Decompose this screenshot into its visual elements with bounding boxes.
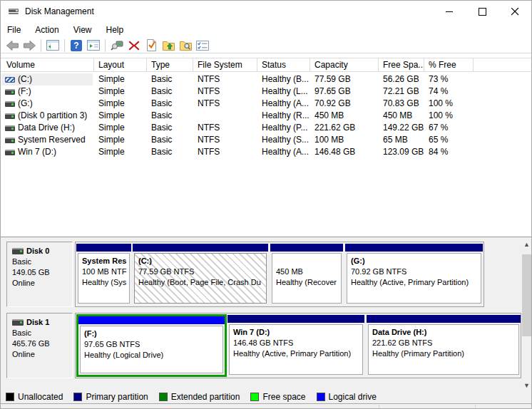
partition-type-bar bbox=[270, 244, 343, 252]
volume-row-f[interactable]: (F:) Simple Basic NTFS Healthy (L... 97.… bbox=[1, 86, 531, 98]
disk0-label[interactable]: Disk 0 Basic 149.05 GB Online bbox=[6, 242, 73, 307]
disk1-label[interactable]: Disk 1 Basic 465.76 GB Online bbox=[6, 313, 73, 378]
status-bar-divider bbox=[379, 405, 379, 409]
menu-file[interactable]: File bbox=[1, 23, 28, 37]
partition-g[interactable]: (G:) 70.92 GB NTFS Healthy (Active, Prim… bbox=[345, 244, 483, 305]
column-header-file-system[interactable]: File System bbox=[193, 58, 257, 71]
legend-swatch bbox=[317, 393, 325, 401]
cell-layout: Simple bbox=[94, 98, 147, 110]
legend-label: Unallocated bbox=[18, 392, 63, 402]
volume-row-system-reserved[interactable]: System Reserved Simple Basic NTFS Health… bbox=[1, 134, 531, 146]
volume-icon-selected bbox=[5, 77, 15, 83]
volume-row-win7-d[interactable]: Win 7 (D:) Simple Basic NTFS Healthy (A.… bbox=[1, 146, 531, 158]
cell-layout: Simple bbox=[94, 122, 147, 134]
partition-type-bar bbox=[133, 244, 268, 252]
cell-pct-free: 67 % bbox=[424, 122, 474, 134]
device-view-icon bbox=[111, 40, 124, 51]
volume-row-disk0-partition3[interactable]: (Disk 0 partition 3) Simple Basic Health… bbox=[1, 110, 531, 122]
titlebar: Disk Management bbox=[1, 1, 531, 22]
column-header-layout[interactable]: Layout bbox=[94, 58, 147, 71]
minimize-button[interactable] bbox=[433, 1, 466, 22]
maximize-button[interactable] bbox=[466, 1, 498, 22]
volume-icon bbox=[5, 89, 15, 95]
legend-label: Free space bbox=[262, 392, 305, 402]
volume-row-g[interactable]: (G:) Simple Basic NTFS Healthy (A... 70.… bbox=[1, 98, 531, 110]
action-pane-icon bbox=[87, 40, 100, 51]
column-header-type[interactable]: Type bbox=[147, 58, 193, 71]
cell-free-space: 70.83 GB bbox=[379, 98, 424, 110]
cell-layout: Simple bbox=[94, 146, 147, 158]
partition-status: Healthy (Primary Partition) bbox=[372, 348, 518, 359]
legend-swatch bbox=[73, 393, 82, 401]
mark-partition-button[interactable] bbox=[143, 38, 160, 53]
cell-status: Healthy (L... bbox=[257, 86, 310, 98]
partition-size: 77.59 GB NTFS bbox=[138, 266, 266, 277]
open-button[interactable] bbox=[160, 38, 177, 53]
volume-row-data-drive-h[interactable]: Data Drive (H:) Simple Basic NTFS Health… bbox=[1, 122, 531, 134]
maximize-icon bbox=[479, 8, 486, 16]
partition-f-logical[interactable]: (F:) 97.65 GB NTFS Healthy (Logical Driv… bbox=[76, 314, 227, 377]
partition-status: Healthy (Sys bbox=[82, 277, 129, 288]
device-view-button[interactable] bbox=[108, 38, 126, 53]
disk-icon bbox=[12, 248, 24, 254]
disk-icon bbox=[12, 319, 24, 326]
cell-status: Healthy (A... bbox=[257, 146, 310, 158]
customize-view-button[interactable] bbox=[194, 38, 211, 53]
cell-pct-free: 100 % bbox=[424, 98, 474, 110]
cell-file-system: NTFS bbox=[193, 122, 257, 134]
disk-name: Disk 0 bbox=[26, 246, 49, 257]
volume-name: (C:) bbox=[18, 74, 32, 84]
menu-action[interactable]: Action bbox=[28, 23, 66, 37]
disk1-partitions: (F:) 97.65 GB NTFS Healthy (Logical Driv… bbox=[75, 313, 521, 378]
menu-view[interactable]: View bbox=[66, 23, 99, 37]
partition-recovery[interactable]: 450 MB Healthy (Recover bbox=[270, 244, 343, 305]
show-action-pane-button[interactable] bbox=[85, 38, 102, 53]
cell-type: Basic bbox=[147, 73, 193, 86]
document-check-icon bbox=[146, 39, 157, 51]
cell-file-system: NTFS bbox=[193, 73, 257, 86]
delete-x-icon bbox=[128, 40, 140, 51]
vertical-scrollbar[interactable]: ▲ ▼ bbox=[521, 239, 532, 390]
explore-button[interactable] bbox=[177, 38, 194, 53]
column-header-pct-free[interactable]: % Free bbox=[424, 58, 474, 71]
menu-help[interactable]: Help bbox=[99, 23, 131, 37]
column-header-capacity[interactable]: Capacity bbox=[310, 58, 379, 71]
volume-table-header: Volume Layout Type File System Status Ca… bbox=[1, 58, 531, 72]
cell-type: Basic bbox=[147, 122, 193, 134]
cell-layout: Simple bbox=[94, 134, 147, 146]
volume-icon bbox=[5, 113, 15, 119]
close-button[interactable] bbox=[498, 1, 531, 22]
delete-volume-button[interactable] bbox=[126, 38, 143, 53]
cell-type: Basic bbox=[147, 110, 193, 122]
partition-win7-d[interactable]: Win 7 (D:) 146.48 GB NTFS Healthy (Activ… bbox=[227, 315, 364, 376]
column-header-status[interactable]: Status bbox=[257, 58, 310, 71]
cell-status: Healthy (R... bbox=[257, 110, 310, 122]
legend-item-extended-partition: Extended partition bbox=[159, 392, 240, 402]
svg-text:?: ? bbox=[73, 41, 78, 51]
volume-row-c[interactable]: (C:) Simple Basic NTFS Healthy (B... 77.… bbox=[1, 73, 531, 86]
cell-free-space: 450 MB bbox=[379, 110, 424, 122]
partition-c-selected[interactable]: (C:) 77.59 GB NTFS Healthy (Boot, Page F… bbox=[133, 244, 268, 305]
back-icon bbox=[6, 40, 19, 51]
legend-swatch bbox=[6, 393, 14, 401]
scrollbar-thumb[interactable] bbox=[522, 254, 531, 336]
partition-status: Healthy (Active, Primary Partition) bbox=[351, 277, 481, 288]
help-button[interactable]: ? bbox=[68, 38, 85, 53]
partition-name bbox=[276, 256, 341, 266]
scroll-up-arrow-icon[interactable]: ▲ bbox=[521, 239, 532, 249]
scroll-down-arrow-icon[interactable]: ▼ bbox=[521, 380, 532, 390]
legend-item-primary-partition: Primary partition bbox=[73, 392, 148, 402]
legend-label: Primary partition bbox=[86, 392, 148, 402]
disk-graphical-pane: Disk 0 Basic 149.05 GB Online System Res… bbox=[1, 237, 531, 409]
back-button[interactable] bbox=[4, 38, 21, 53]
column-header-volume[interactable]: Volume bbox=[2, 58, 94, 71]
show-console-tree-button[interactable] bbox=[44, 38, 61, 53]
forward-button[interactable] bbox=[21, 38, 38, 53]
partition-data-drive-h[interactable]: Data Drive (H:) 221.62 GB NTFS Healthy (… bbox=[367, 315, 521, 376]
disk1-group: Disk 1 Basic 465.76 GB Online (F:) 97.65… bbox=[1, 313, 531, 378]
column-header-free-space[interactable]: Free Spa... bbox=[379, 58, 424, 71]
partition-system-reserved[interactable]: System Res 100 MB NTF Healthy (Sys bbox=[76, 244, 131, 305]
toolbar: ? bbox=[1, 38, 531, 53]
cell-pct-free: 100 % bbox=[424, 110, 474, 122]
cell-pct-free: 74 % bbox=[424, 86, 474, 98]
